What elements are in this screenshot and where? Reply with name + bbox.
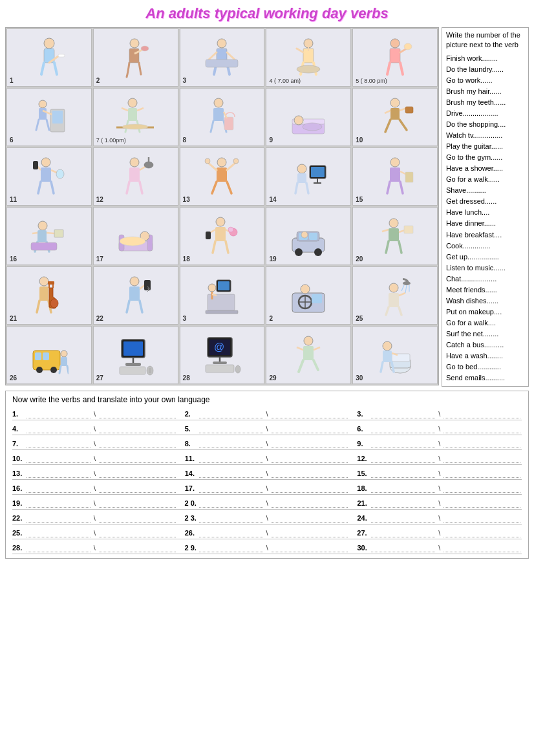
cell-label-4: 4 ( 7.00 am) bbox=[269, 78, 301, 84]
svg-rect-146 bbox=[129, 286, 140, 301]
writing-line2[interactable] bbox=[272, 543, 348, 552]
writing-line2[interactable] bbox=[443, 439, 520, 448]
cell-2: 2 bbox=[93, 28, 178, 87]
writing-line2[interactable] bbox=[272, 424, 348, 433]
svg-line-165 bbox=[401, 285, 404, 291]
writing-line[interactable] bbox=[199, 484, 263, 493]
writing-line2[interactable] bbox=[99, 409, 176, 418]
writing-line[interactable] bbox=[371, 424, 435, 433]
verb-item: Cook.............. bbox=[446, 241, 524, 252]
writing-line2[interactable] bbox=[272, 409, 348, 418]
writing-num: 14. bbox=[185, 470, 197, 477]
writing-line[interactable] bbox=[27, 484, 91, 493]
writing-line[interactable] bbox=[199, 513, 263, 523]
writing-line[interactable] bbox=[27, 469, 91, 478]
writing-line2[interactable] bbox=[443, 424, 520, 433]
writing-line2[interactable] bbox=[99, 424, 176, 433]
writing-line[interactable] bbox=[371, 439, 435, 448]
writing-line[interactable] bbox=[199, 454, 263, 463]
writing-line[interactable] bbox=[371, 528, 435, 537]
writing-line2[interactable] bbox=[272, 469, 348, 478]
svg-rect-96 bbox=[390, 167, 400, 182]
cell-num-25: 25 bbox=[356, 315, 363, 322]
writing-line2[interactable] bbox=[99, 454, 176, 463]
writing-line2[interactable] bbox=[443, 543, 520, 552]
writing-line[interactable] bbox=[27, 424, 91, 433]
svg-rect-7 bbox=[129, 49, 139, 63]
sidebar-instruction: Write the number of the picture next to … bbox=[446, 30, 524, 50]
verb-item: Brush my hair...... bbox=[446, 86, 524, 97]
writing-line2[interactable] bbox=[272, 499, 348, 508]
writing-line2[interactable] bbox=[443, 513, 520, 523]
cell-27: 27 bbox=[93, 326, 178, 384]
writing-line[interactable] bbox=[27, 528, 91, 537]
svg-point-6 bbox=[130, 39, 139, 48]
writing-line[interactable] bbox=[27, 409, 91, 418]
writing-line[interactable] bbox=[199, 528, 263, 537]
writing-line2[interactable] bbox=[272, 439, 348, 448]
cell-num-9: 9 bbox=[269, 136, 273, 144]
svg-line-139 bbox=[37, 301, 39, 312]
writing-line2[interactable] bbox=[99, 499, 176, 508]
writing-line2[interactable] bbox=[272, 454, 348, 463]
writing-line2[interactable] bbox=[99, 439, 176, 448]
cell-22: 22 bbox=[93, 266, 178, 325]
writing-line[interactable] bbox=[27, 439, 91, 448]
writing-line2[interactable] bbox=[443, 409, 520, 418]
cell-29: 29 bbox=[266, 326, 351, 384]
writing-line[interactable] bbox=[371, 409, 435, 418]
writing-line[interactable] bbox=[199, 409, 263, 418]
writing-line[interactable] bbox=[371, 499, 435, 508]
writing-slash: \ bbox=[266, 425, 268, 433]
writing-line2[interactable] bbox=[443, 469, 520, 478]
writing-row: 22.\2 3.\24.\ bbox=[12, 513, 522, 524]
svg-line-199 bbox=[314, 360, 318, 370]
svg-rect-63 bbox=[405, 107, 413, 113]
svg-point-162 bbox=[301, 285, 310, 294]
writing-num: 6. bbox=[357, 425, 368, 433]
writing-line[interactable] bbox=[27, 513, 91, 523]
writing-line[interactable] bbox=[371, 469, 435, 478]
writing-line2[interactable] bbox=[443, 499, 520, 508]
writing-line2[interactable] bbox=[99, 528, 176, 537]
writing-num: 11. bbox=[185, 455, 197, 462]
writing-line2[interactable] bbox=[443, 528, 520, 537]
writing-slash: \ bbox=[438, 455, 440, 462]
svg-point-57 bbox=[390, 98, 400, 107]
svg-rect-80 bbox=[217, 167, 227, 182]
writing-line[interactable] bbox=[199, 499, 263, 508]
svg-rect-73 bbox=[129, 167, 140, 182]
writing-line[interactable] bbox=[199, 543, 263, 552]
writing-line2[interactable] bbox=[272, 513, 348, 523]
writing-line2[interactable] bbox=[443, 454, 520, 463]
writing-line[interactable] bbox=[371, 454, 435, 463]
writing-line2[interactable] bbox=[99, 484, 176, 493]
svg-line-81 bbox=[212, 182, 217, 193]
writing-line2[interactable] bbox=[99, 469, 176, 478]
svg-rect-179 bbox=[61, 357, 67, 366]
svg-line-148 bbox=[140, 301, 142, 312]
writing-line[interactable] bbox=[27, 499, 91, 508]
writing-line[interactable] bbox=[27, 543, 91, 552]
svg-point-24 bbox=[297, 65, 320, 73]
writing-num: 8. bbox=[185, 440, 197, 448]
svg-point-205 bbox=[383, 341, 392, 351]
writing-line2[interactable] bbox=[272, 484, 348, 493]
writing-line2[interactable] bbox=[272, 528, 348, 537]
writing-line[interactable] bbox=[371, 484, 435, 493]
writing-line2[interactable] bbox=[99, 543, 176, 552]
writing-line[interactable] bbox=[371, 513, 435, 523]
svg-line-181 bbox=[67, 366, 69, 373]
writing-line[interactable] bbox=[199, 439, 263, 448]
writing-line2[interactable] bbox=[99, 513, 176, 523]
writing-num: 15. bbox=[357, 470, 368, 477]
writing-line[interactable] bbox=[27, 454, 91, 463]
writing-line2[interactable] bbox=[443, 484, 520, 493]
svg-point-11 bbox=[217, 39, 226, 48]
svg-point-196 bbox=[304, 336, 313, 345]
svg-line-117 bbox=[226, 241, 228, 253]
writing-line[interactable] bbox=[371, 543, 435, 552]
writing-line[interactable] bbox=[199, 424, 263, 433]
writing-line[interactable] bbox=[199, 469, 263, 478]
writing-instruction: Now write the verbs and translate into y… bbox=[12, 395, 522, 404]
